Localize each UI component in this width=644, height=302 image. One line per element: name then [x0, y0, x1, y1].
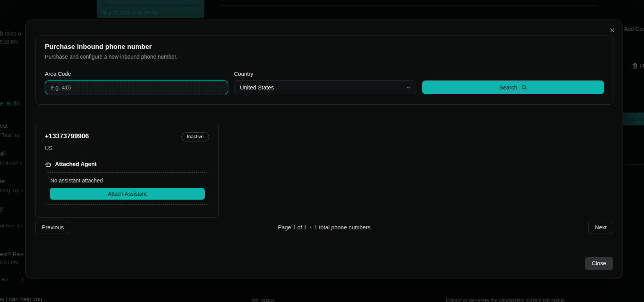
close-button[interactable]: Close: [585, 257, 613, 270]
phone-number-card: +13373799906 Inactive US Attached Agent …: [35, 123, 219, 218]
background-chat-text: w I can help you...: [0, 296, 47, 302]
next-page-button[interactable]: Next: [588, 221, 613, 234]
background-fragment: y: [0, 206, 3, 212]
pagination-separator: •: [309, 224, 311, 231]
background-divider: [623, 164, 644, 164]
country-selected-value: United States: [240, 84, 274, 91]
search-label-spacer: [422, 71, 604, 77]
background-highlighted-row: Test We: [623, 113, 644, 125]
background-fragment: e: Build: [0, 100, 20, 107]
attached-agent-label: Attached Agent: [55, 161, 97, 167]
modal-subtitle: Purchase and configure a new inbound pho…: [45, 54, 604, 60]
search-icon: [521, 84, 527, 90]
trash-icon: [632, 63, 638, 69]
status-badge: Inactive: [181, 132, 209, 141]
close-icon[interactable]: [608, 26, 616, 34]
bot-icon: [45, 161, 51, 168]
background-field-description: Extract or generate the candidate's curr…: [446, 297, 565, 302]
country-select[interactable]: United States: [234, 80, 416, 94]
previous-page-button[interactable]: Previous: [35, 221, 70, 234]
modal-title: Purchase inbound phone number: [45, 43, 604, 51]
pagination-info: Page 1 of 1•1 total phone numbers: [35, 224, 613, 231]
background-fragment: te: [0, 178, 5, 184]
country-label: Country: [234, 71, 416, 77]
attached-agent-row: Attached Agent: [45, 161, 209, 168]
background-thread-title: HR Questions to check initial screening: [102, 2, 200, 8]
background-field-name: job_status: [252, 297, 275, 302]
background-remove-row: Re: [632, 63, 644, 69]
pagination-row: Previous Page 1 of 1•1 total phone numbe…: [35, 221, 613, 234]
background-thread-card: HR Questions to check initial screening …: [97, 0, 204, 18]
background-fragment: est? Rea: [0, 251, 23, 257]
search-form-row: Area Code Country United States Search: [45, 71, 604, 94]
background-thread-timestamp: May 23, 2025 at 05:26 PM: [102, 10, 200, 16]
background-fragment: ced) Try o: [0, 188, 23, 193]
background-fragment: 5:51 PM: [0, 260, 18, 265]
background-fragment: S ›: [2, 277, 8, 282]
background-fragment: 5:26 PM: [0, 39, 18, 45]
search-button[interactable]: Search: [422, 80, 604, 94]
background-add-contact-label: Add Cor: [624, 26, 644, 32]
background-divider: [220, 5, 597, 5]
phone-number: +13373799906: [45, 132, 89, 140]
purchase-phone-number-modal: Purchase inbound phone number Purchase a…: [25, 20, 623, 279]
attach-assistant-button[interactable]: Attach Assistant: [50, 188, 205, 200]
background-fragment: est: [0, 123, 7, 129]
background-fragment: b roles o: [0, 30, 21, 37]
total-info: 1 total phone numbers: [314, 224, 370, 231]
no-assistant-text: No assistant attached: [50, 177, 205, 184]
assistant-attachment-box: No assistant attached Attach Assistant: [45, 172, 209, 205]
purchase-form-card: Purchase inbound phone number Purchase a…: [35, 36, 614, 105]
background-remove-label: Re: [640, 63, 644, 69]
background-fragment: T: [21, 277, 24, 282]
background-fragment: all: [0, 150, 6, 157]
background-fragment: test call a: [0, 160, 22, 166]
chevron-down-icon: [406, 85, 411, 90]
phone-country: US: [45, 145, 209, 151]
area-code-label: Area Code: [45, 71, 228, 77]
background-fragment: "Test" to: [0, 132, 19, 138]
area-code-input[interactable]: [45, 80, 228, 94]
page-info: Page 1 of 1: [278, 224, 307, 231]
background-fragment: umber an: [0, 223, 22, 229]
